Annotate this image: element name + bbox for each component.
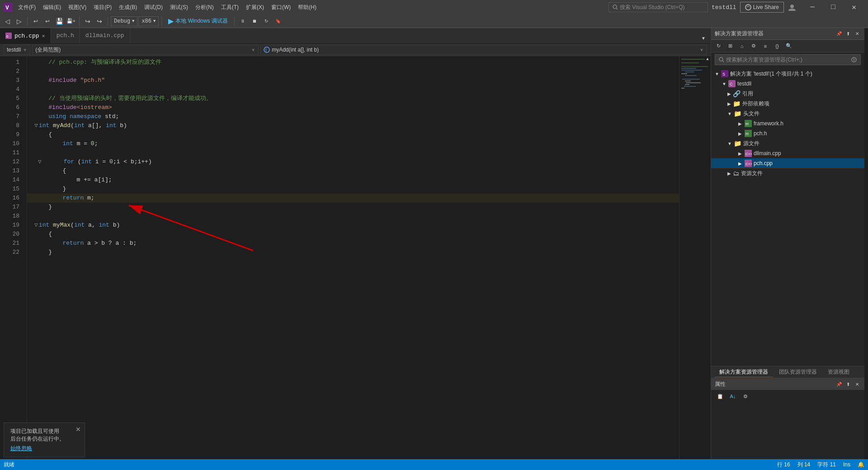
fold-icon-19[interactable]: ▽ <box>34 221 38 230</box>
fold-icon-8[interactable]: ▽ <box>34 121 38 130</box>
menu-edit[interactable]: 编辑(E) <box>39 2 65 13</box>
solution-panel-title: 解决方案资源管理器 <box>715 30 764 38</box>
menu-window[interactable]: 窗口(W) <box>268 2 294 13</box>
tab-pch-cpp[interactable]: C pch.cpp ✕ <box>0 28 51 43</box>
toolbar-extra-4[interactable]: 🔖 <box>273 16 283 27</box>
solution-refresh-button[interactable]: ↻ <box>713 41 724 52</box>
solution-panel-float-button[interactable]: ⬆ <box>844 30 852 38</box>
global-search-box[interactable]: 搜索 Visual Studio (Ctrl+Q) <box>609 2 708 12</box>
tree-ext-deps[interactable]: ▶ 📁 外部依赖项 <box>711 99 864 109</box>
svg-line-13 <box>722 61 724 62</box>
solution-search-button[interactable]: 🔍 <box>783 41 794 52</box>
code-line-21: return a > b ? a : b; <box>27 239 679 248</box>
live-share-button[interactable]: Live Share <box>740 2 784 13</box>
tab-team-explorer[interactable]: 团队资源管理器 <box>774 367 821 377</box>
ext-icon: 📁 <box>733 100 741 107</box>
menu-debug[interactable]: 调试(D) <box>141 2 166 13</box>
code-line-11 <box>27 148 679 157</box>
pch-cpp-icon: C++ <box>745 160 752 167</box>
tree-references[interactable]: ▶ 🔗 引用 <box>711 89 864 99</box>
tree-dllmain-cpp[interactable]: ▶ C++ dllmain.cpp <box>711 148 864 158</box>
menu-file[interactable]: 文件(F) <box>14 2 39 13</box>
forward-button[interactable]: ▷ <box>14 16 24 27</box>
toast-ignore-link[interactable]: 始终忽略 <box>10 445 78 452</box>
menu-test[interactable]: 测试(S) <box>166 2 192 13</box>
solution-panel-pin-button[interactable]: 📌 <box>835 30 843 38</box>
scope-dropdown[interactable]: testdll ▼ <box>4 45 30 55</box>
tree-resource-folder[interactable]: ▶ 🗂 资源文件 <box>711 168 864 178</box>
fold-icon-12[interactable]: ▽ <box>38 157 42 166</box>
scope-chevron-icon: ▼ <box>23 47 27 52</box>
context-dropdown[interactable]: (全局范围) ▼ <box>32 45 259 55</box>
line-num-1: 1 <box>0 58 19 67</box>
line-num-18: 18 <box>0 212 19 221</box>
menu-build[interactable]: 生成(B) <box>115 2 141 13</box>
platform-dropdown[interactable]: x86 ▼ <box>138 16 159 26</box>
tree-pch-h[interactable]: ▶ H pch.h <box>711 128 864 138</box>
line-num-7: 7 <box>0 112 19 121</box>
minimize-button[interactable]: ─ <box>802 0 823 14</box>
solution-home-button[interactable]: ⌂ <box>736 41 747 52</box>
props-alpha-button[interactable]: A↓ <box>727 391 738 402</box>
function-dropdown[interactable]: f myAdd(int a[], int b) ▼ <box>260 45 707 55</box>
menu-extensions[interactable]: 扩展(X) <box>242 2 268 13</box>
ref-expand-icon: ▶ <box>727 91 731 96</box>
save-all-button[interactable]: 💾+ <box>66 16 76 27</box>
undo-button[interactable]: ↩ <box>30 16 41 27</box>
run-button[interactable]: ▶ 本地 Windows 调试器 <box>165 16 231 27</box>
solution-bottom-tabs: 解决方案资源管理器 团队资源管理器 资源视图 <box>711 366 864 378</box>
toolbar-extra-3[interactable]: ↻ <box>261 16 272 27</box>
debug-mode-dropdown[interactable]: Debug ▼ <box>111 16 137 26</box>
close-button[interactable]: ✕ <box>844 0 864 14</box>
menu-help[interactable]: 帮助(H) <box>294 2 320 13</box>
properties-pin-button[interactable]: 📌 <box>835 380 843 388</box>
solution-settings-button[interactable]: ⚙ <box>748 41 759 52</box>
tree-solution-root[interactable]: ▼ S 解决方案 'testdll'(1 个项目/共 1 个) <box>711 69 864 79</box>
menu-project[interactable]: 项目(P) <box>90 2 115 13</box>
tab-resource-view[interactable]: 资源视图 <box>823 367 854 377</box>
tree-framework-h[interactable]: ▶ H framework.h <box>711 119 864 128</box>
scroll-up-button[interactable]: ▲ <box>704 56 711 62</box>
undo2-button[interactable]: ↩ <box>42 16 53 27</box>
tree-pch-cpp[interactable]: ▶ C++ pch.cpp <box>711 158 864 168</box>
tab-solution-explorer[interactable]: 解决方案资源管理器 <box>715 367 773 377</box>
dllmain-cpp-icon: C++ <box>745 150 752 157</box>
toast-close-button[interactable]: ✕ <box>75 426 81 433</box>
redo2-button[interactable]: ↪ <box>94 16 105 27</box>
menu-analyze[interactable]: 分析(N) <box>192 2 217 13</box>
code-content[interactable]: // pch.cpp: 与预编译译头对应的源文件 #include "pch.h… <box>27 56 679 459</box>
properties-close-button[interactable]: ✕ <box>854 380 861 388</box>
tab-pch-h[interactable]: pch.h <box>51 28 80 43</box>
solution-view-button[interactable]: {} <box>772 41 783 52</box>
editor-collapse-button[interactable]: ▼ <box>698 33 709 43</box>
code-line-3: #include "pch.h" <box>27 76 679 85</box>
save-button[interactable]: 💾 <box>54 16 65 27</box>
notification-bell-icon[interactable]: 🔔 <box>858 461 864 468</box>
props-categories-button[interactable]: 📋 <box>715 391 726 402</box>
tree-project[interactable]: ▼ C testdll <box>711 79 864 89</box>
props-settings-button[interactable]: ⚙ <box>740 391 751 402</box>
maximize-button[interactable]: □ <box>823 0 844 14</box>
project-expand-icon: ▼ <box>722 81 726 86</box>
tree-headers-folder[interactable]: ▼ 📁 头文件 <box>711 109 864 119</box>
right-resize-handle[interactable] <box>864 28 868 459</box>
solution-filter-button[interactable]: ≡ <box>760 41 771 52</box>
solution-collapse-button[interactable]: ⊞ <box>725 41 736 52</box>
toolbar-extra-1[interactable]: ⏸ <box>237 16 248 27</box>
solution-search-placeholder: 搜索解决方案资源管理器(Ctrl+;) <box>726 56 802 64</box>
minimap[interactable]: ▲ <box>679 56 711 459</box>
menu-tools[interactable]: 工具(T) <box>217 2 242 13</box>
tab-close-pch-cpp[interactable]: ✕ <box>42 33 45 39</box>
solution-search-box[interactable]: 搜索解决方案资源管理器(Ctrl+;) <box>715 54 861 65</box>
back-button[interactable]: ◁ <box>2 16 13 27</box>
code-editor[interactable]: 1 2 3 4 5 6 7 8 9 10 11 12 13 14 <box>0 56 711 459</box>
solution-panel-close-button[interactable]: ✕ <box>854 30 861 38</box>
toolbar-extra-2[interactable]: ⏹ <box>249 16 260 27</box>
redo-button[interactable]: ↪ <box>82 16 93 27</box>
tree-source-folder[interactable]: ▼ 📁 源文件 <box>711 138 864 148</box>
line-numbers: 1 2 3 4 5 6 7 8 9 10 11 12 13 14 <box>0 56 27 459</box>
menu-view[interactable]: 视图(V) <box>65 2 90 13</box>
properties-float-button[interactable]: ⬆ <box>844 380 852 388</box>
line-num-10: 10 <box>0 139 19 148</box>
tab-dllmain-cpp[interactable]: dllmain.cpp <box>80 28 130 43</box>
